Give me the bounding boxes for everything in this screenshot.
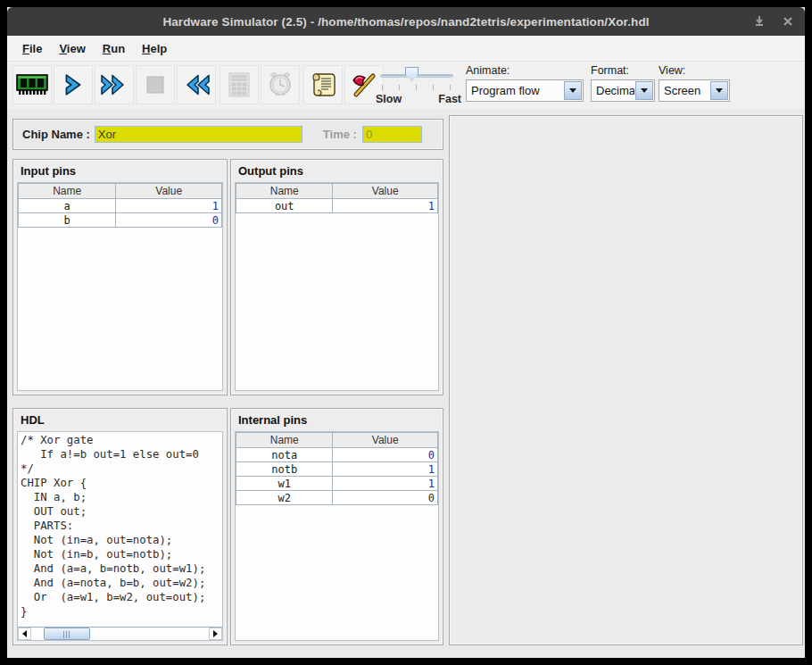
view-select[interactable]: Screen — [659, 79, 730, 102]
animate-select[interactable]: Program flow — [466, 79, 584, 102]
hdl-line: OUT out; — [21, 504, 220, 519]
input-pins-table: Name Value a 1 b 0 — [17, 182, 223, 391]
view-group: View: Screen — [659, 64, 730, 102]
output-pins-title: Output pins — [231, 160, 443, 181]
calculator-icon — [227, 71, 252, 98]
rewind-icon — [181, 73, 211, 96]
chip-name-field[interactable]: Xor — [95, 126, 302, 143]
speed-slider[interactable]: Slow Fast — [373, 63, 464, 108]
format-label: Format: — [591, 64, 655, 77]
pin-name: out — [236, 199, 333, 213]
stop-square-icon — [145, 74, 166, 96]
table-row: b 0 — [19, 213, 222, 228]
fast-forward-icon — [99, 73, 129, 96]
table-row: w2 0 — [236, 491, 438, 505]
single-step-button[interactable] — [54, 65, 93, 104]
menu-file[interactable]: File — [14, 38, 51, 59]
menu-run[interactable]: Run — [95, 38, 134, 59]
clock-button — [261, 65, 300, 104]
desktop: { "window": { "title": "Hardware Simulat… — [0, 0, 812, 665]
input-pins-title: Input pins — [13, 160, 227, 181]
time-label: Time : — [323, 128, 357, 141]
view-label: View: — [659, 64, 730, 77]
single-step-icon — [62, 73, 85, 96]
pin-value[interactable]: 1 — [333, 477, 438, 491]
view-script-button[interactable] — [303, 65, 343, 104]
run-button[interactable] — [95, 65, 134, 104]
pin-name: b — [19, 213, 116, 228]
column-header-name: Name — [236, 184, 333, 199]
hdl-line: Not (in=a, out=nota); — [21, 533, 220, 547]
hdl-line: If a!=b out=1 else out=0 — [21, 447, 220, 461]
chevron-down-icon[interactable] — [564, 81, 582, 100]
calculator-button — [220, 65, 259, 104]
chip-name-bar: Chip Name : Xor Time : 0 — [12, 119, 443, 150]
pin-value[interactable]: 0 — [333, 491, 438, 505]
output-pins-table: Name Value out 1 — [235, 182, 439, 391]
app-window: Hardware Simulator (2.5) - /home/thomas/… — [7, 7, 805, 658]
output-pins-panel: Output pins Name Value out 1 — [230, 159, 443, 395]
pin-name: w1 — [236, 477, 333, 491]
slider-thumb[interactable] — [405, 67, 418, 81]
animate-value: Program flow — [467, 80, 563, 101]
menu-view[interactable]: View — [51, 38, 94, 59]
internal-pins-table: Name Value nota 0 notb 1 w1 1 — [235, 431, 439, 641]
input-pins-panel: Input pins Name Value a 1 b 0 — [12, 159, 228, 395]
stop-button — [136, 65, 175, 104]
hdl-line: CHIP Xor { — [21, 476, 220, 490]
format-group: Format: Decimal — [591, 64, 655, 102]
pin-value[interactable]: 1 — [333, 199, 438, 213]
menu-bar: File View Run Help — [7, 36, 805, 61]
menu-help[interactable]: Help — [134, 38, 176, 59]
column-header-name: Name — [236, 433, 333, 448]
load-chip-button[interactable] — [12, 65, 52, 104]
pin-value[interactable]: 0 — [116, 213, 222, 228]
column-header-value: Value — [333, 433, 438, 448]
pin-name: notb — [236, 462, 333, 477]
table-row: nota 0 — [236, 448, 438, 462]
pin-value[interactable]: 1 — [116, 199, 222, 213]
hdl-title: HDL — [13, 409, 227, 430]
pin-value[interactable]: 1 — [333, 462, 438, 477]
main-content: Chip Name : Xor Time : 0 Input pins Name… — [7, 109, 805, 658]
chevron-down-icon[interactable] — [710, 81, 728, 100]
hdl-line: /* Xor gate — [21, 433, 220, 447]
hdl-view: /* Xor gate If a!=b out=1 else out=0 */ … — [17, 431, 223, 641]
hdl-line: And (a=nota, b=b, out=w2); — [21, 576, 220, 590]
internal-pins-panel: Internal pins Name Value nota 0 notb 1 — [230, 408, 443, 645]
scroll-left-button[interactable] — [18, 628, 31, 640]
hdl-line: IN a, b; — [21, 490, 220, 504]
hdl-code[interactable]: /* Xor gate If a!=b out=1 else out=0 */ … — [18, 432, 222, 627]
slider-ticks — [382, 85, 452, 90]
table-row: notb 1 — [236, 462, 438, 477]
hdl-line: And (a=a, b=notb, out=w1); — [21, 561, 220, 576]
column-header-value: Value — [116, 184, 222, 199]
clock-icon — [267, 71, 294, 98]
window-controls — [751, 7, 796, 36]
internal-pins-title: Internal pins — [231, 409, 443, 430]
hdl-line: */ — [21, 461, 220, 476]
reset-button[interactable] — [177, 65, 216, 104]
pin-name: w2 — [236, 491, 333, 505]
hdl-line: } — [21, 604, 220, 619]
toolbar: Slow Fast Animate: Program flow Format: … — [7, 61, 805, 109]
pin-name: a — [19, 199, 116, 213]
slider-slow-label: Slow — [376, 93, 402, 105]
chevron-down-icon[interactable] — [635, 81, 653, 100]
pin-value[interactable]: 0 — [333, 448, 438, 462]
scrollbar-thumb[interactable] — [44, 628, 90, 640]
table-row: w1 1 — [236, 477, 438, 491]
horizontal-scrollbar[interactable] — [18, 627, 222, 640]
script-scroll-icon — [310, 71, 336, 99]
minimize-button[interactable] — [751, 13, 767, 29]
title-bar: Hardware Simulator (2.5) - /home/thomas/… — [7, 7, 805, 36]
scrollbar-track[interactable] — [31, 628, 209, 640]
table-row: a 1 — [19, 199, 222, 213]
animate-label: Animate: — [466, 64, 584, 77]
close-button[interactable] — [780, 13, 796, 29]
slider-fast-label: Fast — [438, 93, 461, 105]
chip-name-label: Chip Name : — [22, 128, 90, 141]
format-select[interactable]: Decimal — [591, 79, 655, 102]
view-value: Screen — [659, 80, 709, 101]
scroll-right-button[interactable] — [209, 628, 222, 640]
